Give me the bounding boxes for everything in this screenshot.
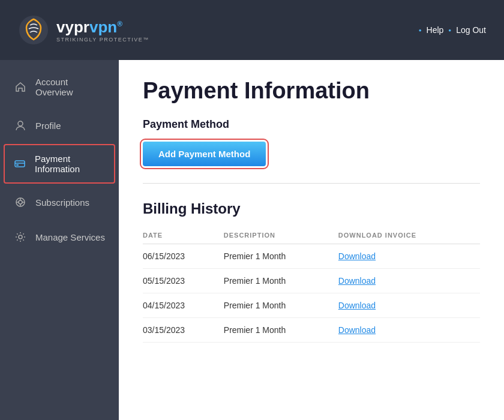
- cell-description: Premier 1 Month: [224, 293, 338, 318]
- sidebar-label-subscriptions: Subscriptions: [35, 197, 89, 208]
- logo-vypr: vypr: [56, 18, 89, 36]
- cell-date: 03/15/2023: [143, 318, 224, 343]
- svg-rect-2: [15, 161, 25, 167]
- cell-description: Premier 1 Month: [224, 244, 338, 269]
- svg-point-6: [19, 200, 22, 204]
- header: vyprvpn® STRIKINGLY PROTECTIVE™ ● Help ●…: [0, 0, 504, 60]
- svg-point-11: [19, 235, 22, 239]
- logout-link[interactable]: Log Out: [456, 25, 486, 35]
- sidebar-item-subscriptions[interactable]: Subscriptions: [0, 185, 119, 220]
- table-row: 06/15/2023Premier 1 MonthDownload: [143, 244, 480, 269]
- download-link[interactable]: Download: [338, 251, 376, 261]
- svg-rect-4: [16, 164, 19, 166]
- sidebar-item-manage-services[interactable]: Manage Services: [0, 220, 119, 254]
- cell-download: Download: [338, 318, 480, 343]
- cell-date: 05/15/2023: [143, 269, 224, 293]
- user-icon: [14, 119, 27, 132]
- cell-download: Download: [338, 293, 480, 318]
- logo-mark: ®: [117, 20, 122, 28]
- logo-tagline: STRIKINGLY PROTECTIVE™: [56, 37, 149, 43]
- sidebar: Account Overview Profile Payment Informa…: [0, 60, 119, 420]
- logo-area: vyprvpn® STRIKINGLY PROTECTIVE™: [18, 14, 149, 46]
- gear-icon: [14, 230, 27, 244]
- divider: [143, 183, 480, 184]
- col-description: DESCRIPTION: [224, 227, 338, 244]
- col-download-invoice: DOWNLOAD INVOICE: [338, 227, 480, 244]
- svg-point-1: [18, 121, 23, 126]
- cell-date: 04/15/2023: [143, 293, 224, 318]
- home-icon: [14, 80, 27, 94]
- sidebar-label-payment-information: Payment Information: [35, 154, 106, 174]
- nav-dot-2: ●: [448, 28, 451, 33]
- sidebar-item-payment-information[interactable]: Payment Information: [4, 144, 115, 184]
- cell-date: 06/15/2023: [143, 244, 224, 269]
- table-row: 04/15/2023Premier 1 MonthDownload: [143, 293, 480, 318]
- sidebar-item-profile[interactable]: Profile: [0, 108, 119, 143]
- logo-name: vyprvpn®: [56, 18, 149, 37]
- logo-vpn: vpn: [89, 18, 117, 36]
- header-nav: ● Help ● Log Out: [419, 25, 486, 35]
- cell-description: Premier 1 Month: [224, 269, 338, 293]
- logo-text: vyprvpn® STRIKINGLY PROTECTIVE™: [56, 18, 149, 43]
- billing-history-title: Billing History: [143, 200, 480, 217]
- billing-table: DATE DESCRIPTION DOWNLOAD INVOICE 06/15/…: [143, 227, 480, 343]
- card-icon: [13, 157, 26, 170]
- sidebar-label-manage-services: Manage Services: [35, 232, 105, 242]
- download-link[interactable]: Download: [338, 301, 376, 310]
- table-header: DATE DESCRIPTION DOWNLOAD INVOICE: [143, 227, 480, 244]
- billing-table-body: 06/15/2023Premier 1 MonthDownload05/15/2…: [143, 244, 480, 343]
- sidebar-label-account-overview: Account Overview: [35, 77, 107, 97]
- main-layout: Account Overview Profile Payment Informa…: [0, 60, 504, 420]
- cell-description: Premier 1 Month: [224, 318, 338, 343]
- payment-method-title: Payment Method: [143, 118, 480, 131]
- page-title: Payment Information: [143, 78, 480, 104]
- cell-download: Download: [338, 244, 480, 269]
- sidebar-label-profile: Profile: [35, 121, 61, 131]
- cell-download: Download: [338, 269, 480, 293]
- table-row: 05/15/2023Premier 1 MonthDownload: [143, 269, 480, 293]
- download-link[interactable]: Download: [338, 276, 376, 286]
- logo-icon: [18, 14, 49, 46]
- add-payment-method-button[interactable]: Add Payment Method: [143, 142, 266, 166]
- help-link[interactable]: Help: [427, 25, 444, 35]
- nav-dot-1: ●: [419, 28, 422, 33]
- content-area: Payment Information Payment Method Add P…: [119, 60, 504, 420]
- table-row: 03/15/2023Premier 1 MonthDownload: [143, 318, 480, 343]
- sidebar-item-account-overview[interactable]: Account Overview: [0, 66, 119, 108]
- col-date: DATE: [143, 227, 224, 244]
- download-link[interactable]: Download: [338, 325, 376, 335]
- refresh-icon: [14, 196, 27, 209]
